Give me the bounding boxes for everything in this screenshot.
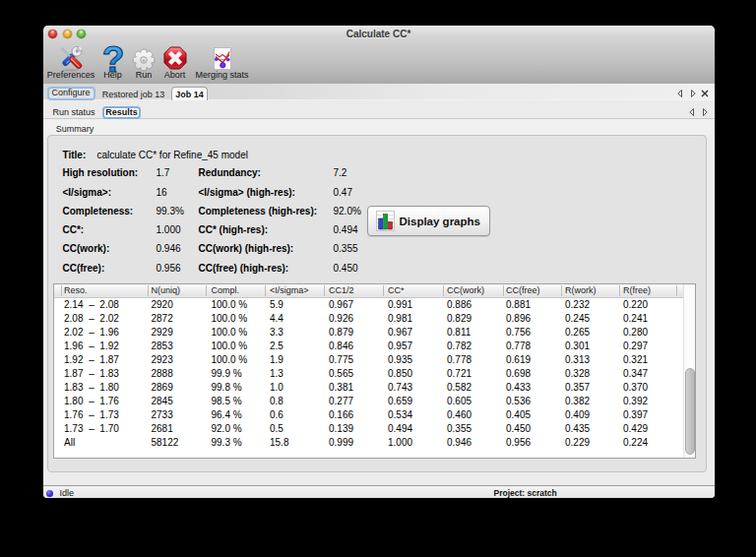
svg-text:?: ? [102, 45, 124, 73]
